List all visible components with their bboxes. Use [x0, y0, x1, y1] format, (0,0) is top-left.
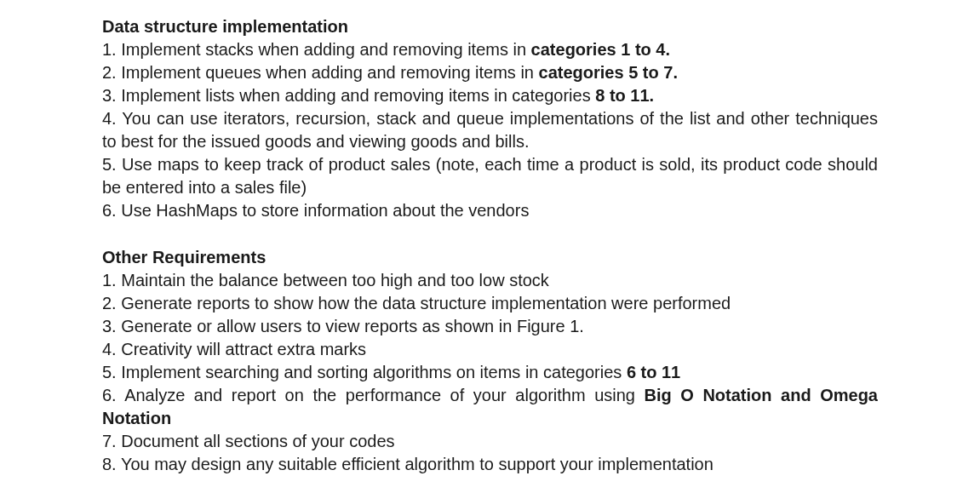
item-number: 8. [102, 455, 121, 473]
item-text: Document all sections of your codes [121, 432, 394, 450]
item-number: 4. [102, 340, 121, 358]
item-number: 6. [102, 201, 121, 220]
item-number: 2. [102, 294, 121, 312]
item-number: 3. [102, 86, 121, 105]
list-item: 2. Implement queues when adding and remo… [102, 61, 878, 84]
list-item: 5. Implement searching and sorting algor… [102, 361, 878, 384]
section2-list: 1. Maintain the balance between too high… [102, 269, 878, 476]
item-number: 3. [102, 317, 121, 335]
item-text: Generate reports to show how the data st… [121, 294, 731, 312]
item-text: Implement lists when adding and removing… [121, 86, 595, 105]
item-text: Use maps to keep track of product sales … [102, 155, 878, 197]
item-number: 1. [102, 271, 121, 289]
item-number: 5. [102, 363, 121, 381]
item-text: Generate or allow users to view reports … [121, 317, 584, 335]
item-number: 4. [102, 109, 122, 128]
item-text: Use HashMaps to store information about … [121, 201, 529, 220]
list-item: 3. Generate or allow users to view repor… [102, 315, 878, 338]
item-text: You can use iterators, recursion, stack … [102, 109, 878, 151]
list-item: 4. You can use iterators, recursion, sta… [102, 107, 878, 153]
item-number: 1. [102, 40, 121, 59]
section2-heading: Other Requirements [102, 246, 878, 269]
section1-heading: Data structure implementation [102, 15, 878, 38]
item-text: Implement searching and sorting algorith… [121, 363, 627, 381]
list-item: 3. Implement lists when adding and remov… [102, 84, 878, 107]
list-item: 1. Implement stacks when adding and remo… [102, 38, 878, 61]
list-item: 8. You may design any suitable efficient… [102, 453, 878, 476]
item-bold: 8 to 11. [595, 86, 654, 105]
item-number: 2. [102, 63, 121, 82]
item-bold: categories 5 to 7. [539, 63, 678, 82]
item-text: Implement stacks when adding and removin… [121, 40, 530, 59]
item-text: Creativity will attract extra marks [121, 340, 366, 358]
item-number: 6. [102, 386, 124, 404]
list-item: 6. Analyze and report on the performance… [102, 384, 878, 430]
item-text: Maintain the balance between too high an… [121, 271, 549, 289]
list-item: 6. Use HashMaps to store information abo… [102, 199, 878, 222]
item-text: Analyze and report on the performance of… [124, 386, 644, 404]
list-item: 4. Creativity will attract extra marks [102, 338, 878, 361]
item-text: Implement queues when adding and removin… [121, 63, 538, 82]
list-item: 7. Document all sections of your codes [102, 430, 878, 453]
item-text: You may design any suitable efficient al… [121, 455, 714, 473]
section1-list: 1. Implement stacks when adding and remo… [102, 38, 878, 222]
item-number: 7. [102, 432, 121, 450]
list-item: 1. Maintain the balance between too high… [102, 269, 878, 292]
item-bold: categories 1 to 4. [531, 40, 670, 59]
item-bold: 6 to 11 [627, 363, 680, 381]
list-item: 5. Use maps to keep track of product sal… [102, 153, 878, 199]
list-item: 2. Generate reports to show how the data… [102, 292, 878, 315]
item-number: 5. [102, 155, 122, 174]
